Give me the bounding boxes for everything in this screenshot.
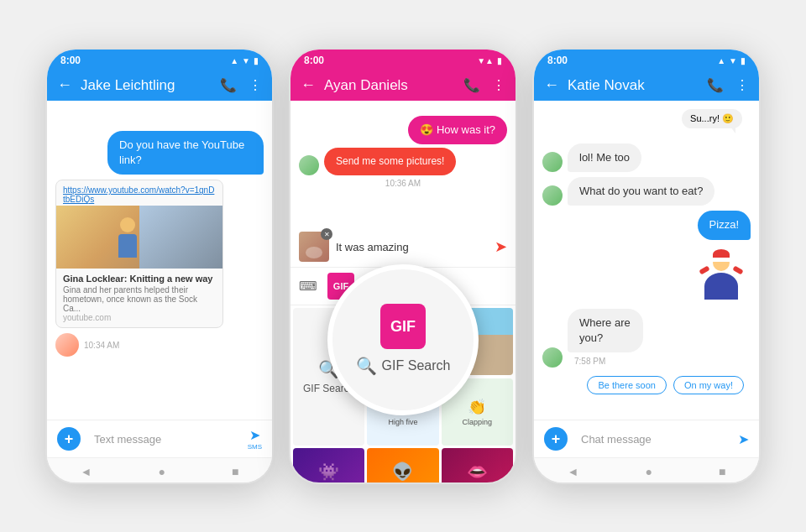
phone3-bubble-1: lol! Me too xyxy=(568,143,641,172)
phone1-message-row-1: Do you have the YouTube link? xyxy=(55,131,264,175)
lips-emoji: 👄 xyxy=(467,462,488,482)
santa-figure xyxy=(696,249,746,300)
phone3-more-icon[interactable]: ⋮ xyxy=(735,77,749,93)
phone3-nav-home[interactable]: ● xyxy=(645,465,652,478)
phone3-message-row-2: What do you want to eat? xyxy=(542,177,751,206)
phone1-time: 8:00 xyxy=(60,55,81,66)
phone3-santa-sticker xyxy=(692,245,751,304)
phone1-header-icons: 📞 ⋮ xyxy=(220,77,262,93)
phone3-summary-bubble: Su...ry! 🙂 xyxy=(682,109,742,128)
plus-icon-1: + xyxy=(65,430,74,448)
phone3-nav-back[interactable]: ◄ xyxy=(568,465,579,478)
phone3-send-button[interactable]: ➤ xyxy=(738,431,749,447)
phone2-compose-row: ✕ It was amazing ➤ xyxy=(290,227,516,268)
phone3-msg2-text: What do you want to eat? xyxy=(579,185,703,197)
phone-1: 8:00 ▲ ▼ ▮ ← Jake Leichtling 📞 ⋮ Do you … xyxy=(45,48,274,484)
phone3-plus-button[interactable]: + xyxy=(544,427,568,451)
phone3-bottom-bar: + Chat message ➤ xyxy=(534,420,759,457)
phone3-signal-icon: ▲ xyxy=(717,56,725,65)
phone1-avatar-row: 10:34 AM xyxy=(55,333,264,357)
phone2-compose-send-btn[interactable]: ➤ xyxy=(495,237,507,256)
phone1-nav-recent[interactable]: ■ xyxy=(232,465,238,478)
phone1-status-bar: 8:00 ▲ ▼ ▮ xyxy=(47,50,272,70)
phone3-msg1-text: lol! Me too xyxy=(579,151,630,164)
phone2-signal-icon: ▼▲ xyxy=(477,56,494,65)
phone3-text-input[interactable]: Chat message xyxy=(574,430,731,449)
phone2-msg2-text: Send me some pictures! xyxy=(336,155,444,167)
phone3-reply-chip-2[interactable]: On my way! xyxy=(673,376,744,394)
phone2-status-icons: ▼▲ ▮ xyxy=(477,56,502,65)
phone3-nav-recent[interactable]: ■ xyxy=(719,465,725,478)
phone2-msg1-text: How was it? xyxy=(437,123,495,138)
phone-3: 8:00 ▲ ▼ ▮ ← Katie Novak 📞 ⋮ Su...ry! 🙂 xyxy=(532,48,761,484)
phone2-call-icon[interactable]: 📞 xyxy=(463,77,480,93)
phone1-link-card[interactable]: https://www.youtube.com/watch?v=1gnDtbED… xyxy=(55,180,223,328)
phone2-gif-row2: 👾 👽 👄 xyxy=(290,448,516,484)
emoji-fire: 😍 xyxy=(420,123,433,138)
phone1-timestamp: 10:34 AM xyxy=(84,341,119,350)
phone1-msg1-text: Do you have the YouTube link? xyxy=(119,138,244,166)
alien-emoji: 👽 xyxy=(392,462,413,482)
phone2-message-row-2: Send me some pictures! xyxy=(299,148,507,175)
phone1-more-icon[interactable]: ⋮ xyxy=(249,77,262,93)
phone-2: 8:00 ▼▲ ▮ ← Ayan Daniels 📞 ⋮ 😍 How was i… xyxy=(289,48,517,484)
phone3-message-row-4: Where are you? 7:58 PM xyxy=(542,309,751,368)
phone3-time: 8:00 xyxy=(547,55,568,66)
phone2-gif-anim-1[interactable]: 👾 xyxy=(293,448,364,484)
phone1-chat-area: Do you have the YouTube link? https://ww… xyxy=(47,101,272,420)
phone1-send-button[interactable]: ➤ SMS xyxy=(248,427,262,451)
phone2-back-button[interactable]: ← xyxy=(301,76,316,94)
phone3-back-button[interactable]: ← xyxy=(544,76,559,94)
phone2-magnifier-search-icon: 🔍 xyxy=(356,356,377,376)
phone3-battery-icon: ▮ xyxy=(741,56,746,65)
phone3-header: ← Katie Novak 📞 ⋮ xyxy=(534,70,759,101)
phone2-bubble-2: Send me some pictures! xyxy=(324,148,456,175)
phone1-back-button[interactable]: ← xyxy=(57,76,72,94)
phone1-text-input[interactable]: Text message xyxy=(87,430,241,449)
phone1-nav-back[interactable]: ◄ xyxy=(81,465,92,478)
phone1-call-icon[interactable]: 📞 xyxy=(220,77,237,93)
phone2-clapping-label: Clapping xyxy=(463,418,493,426)
phone2-compose-text[interactable]: It was amazing xyxy=(336,241,488,253)
phone2-time: 8:00 xyxy=(304,55,324,66)
phone2-more-icon[interactable]: ⋮ xyxy=(492,77,505,93)
plus-icon-3: + xyxy=(552,430,561,448)
phone2-contact-name: Ayan Daniels xyxy=(324,77,463,94)
phone1-send-icon: ➤ xyxy=(249,427,260,443)
phone2-bubble-1: 😍 How was it? xyxy=(408,116,507,144)
clapping-emoji: 👏 xyxy=(468,398,486,416)
phone2-keyboard-icon[interactable]: ⌨ xyxy=(299,279,317,294)
phone1-status-icons: ▲ ▼ ▮ xyxy=(230,56,259,65)
phone2-magnifier-inner: GIF 🔍 GIF Search xyxy=(332,269,474,410)
phone1-plus-button[interactable]: + xyxy=(57,427,81,451)
phone2-magnifier-label: GIF Search xyxy=(382,358,451,373)
phone3-reply-chip-1[interactable]: Be there soon xyxy=(587,376,667,394)
phone2-avatar xyxy=(299,155,319,175)
phone3-summary-row: Su...ry! 🙂 xyxy=(542,109,751,128)
phone2-header-icons: 📞 ⋮ xyxy=(463,77,505,93)
phone3-status-icons: ▲ ▼ ▮ xyxy=(717,56,746,65)
phone2-gif-anim-3[interactable]: 👄 xyxy=(442,448,513,484)
phone1-link-info: Gina Locklear: Knitting a new way Gina a… xyxy=(56,269,222,327)
phone1-avatar xyxy=(55,333,79,357)
phone2-magnifier-search-row: 🔍 GIF Search xyxy=(356,356,451,376)
phone2-status-bar: 8:00 ▼▲ ▮ xyxy=(290,50,516,70)
phone3-bubble-3: Pizza! xyxy=(698,211,751,239)
phone2-magnifier-overlay: GIF 🔍 GIF Search xyxy=(327,264,479,415)
phone1-nav-home[interactable]: ● xyxy=(158,465,165,478)
phone2-close-photo-btn[interactable]: ✕ xyxy=(321,228,332,240)
phone1-nav-bar: ◄ ● ■ xyxy=(47,457,272,484)
phone2-battery-icon: ▮ xyxy=(497,56,502,65)
phone3-timestamp: 7:58 PM xyxy=(568,357,605,366)
phone2-header: ← Ayan Daniels 📞 ⋮ xyxy=(290,70,516,101)
phone2-compose-photo: ✕ xyxy=(299,232,329,262)
phone3-smart-replies: Be there soon On my way! xyxy=(542,373,751,398)
phone1-link-url[interactable]: https://www.youtube.com/watch?v=1gnDtbED… xyxy=(56,180,222,206)
phone3-sticker-row xyxy=(542,245,751,304)
phone2-gif-anim-2[interactable]: 👽 xyxy=(367,448,438,484)
phone3-header-icons: 📞 ⋮ xyxy=(707,77,749,93)
wifi-icon: ▼ xyxy=(242,56,250,65)
phone3-call-icon[interactable]: 📞 xyxy=(707,77,724,93)
phone3-bubble-4: Where are you? xyxy=(568,309,643,352)
phone3-contact-name: Katie Novak xyxy=(568,77,707,94)
